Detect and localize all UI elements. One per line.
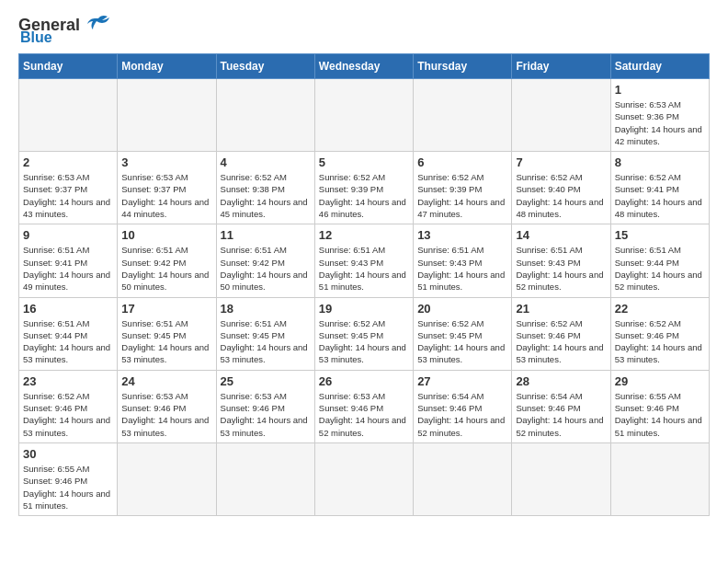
calendar-cell: 23Sunrise: 6:52 AM Sunset: 9:46 PM Dayli… <box>19 370 118 442</box>
calendar-cell: 19Sunrise: 6:52 AM Sunset: 9:45 PM Dayli… <box>314 297 413 370</box>
day-info: Sunrise: 6:53 AM Sunset: 9:36 PM Dayligh… <box>615 98 705 147</box>
day-number: 15 <box>615 228 705 242</box>
calendar-cell: 18Sunrise: 6:51 AM Sunset: 9:45 PM Dayli… <box>216 297 314 370</box>
calendar-week-row: 1Sunrise: 6:53 AM Sunset: 9:36 PM Daylig… <box>19 79 710 152</box>
day-number: 14 <box>516 228 606 242</box>
calendar-cell: 12Sunrise: 6:51 AM Sunset: 9:43 PM Dayli… <box>314 224 413 297</box>
calendar-cell: 11Sunrise: 6:51 AM Sunset: 9:42 PM Dayli… <box>216 224 314 297</box>
day-info: Sunrise: 6:53 AM Sunset: 9:37 PM Dayligh… <box>121 171 211 220</box>
day-info: Sunrise: 6:52 AM Sunset: 9:38 PM Dayligh… <box>221 171 311 220</box>
calendar-cell: 26Sunrise: 6:53 AM Sunset: 9:46 PM Dayli… <box>314 370 413 442</box>
day-info: Sunrise: 6:52 AM Sunset: 9:40 PM Dayligh… <box>516 171 606 220</box>
day-info: Sunrise: 6:51 AM Sunset: 9:44 PM Dayligh… <box>23 317 113 366</box>
calendar-cell: 20Sunrise: 6:52 AM Sunset: 9:45 PM Dayli… <box>414 297 512 370</box>
calendar-cell <box>414 79 512 152</box>
calendar-cell: 21Sunrise: 6:52 AM Sunset: 9:46 PM Dayli… <box>512 297 610 370</box>
calendar-week-row: 23Sunrise: 6:52 AM Sunset: 9:46 PM Dayli… <box>19 370 710 442</box>
day-number: 19 <box>319 302 409 316</box>
day-number: 23 <box>23 374 113 388</box>
calendar-cell: 15Sunrise: 6:51 AM Sunset: 9:44 PM Dayli… <box>610 224 709 297</box>
day-info: Sunrise: 6:54 AM Sunset: 9:46 PM Dayligh… <box>516 390 606 439</box>
day-info: Sunrise: 6:52 AM Sunset: 9:39 PM Dayligh… <box>417 171 507 220</box>
day-info: Sunrise: 6:53 AM Sunset: 9:37 PM Dayligh… <box>23 171 113 220</box>
day-number: 28 <box>516 374 606 388</box>
day-info: Sunrise: 6:51 AM Sunset: 9:43 PM Dayligh… <box>516 244 606 293</box>
day-info: Sunrise: 6:55 AM Sunset: 9:46 PM Dayligh… <box>23 463 113 511</box>
day-info: Sunrise: 6:52 AM Sunset: 9:46 PM Dayligh… <box>516 317 606 366</box>
calendar-cell <box>414 442 512 515</box>
day-info: Sunrise: 6:52 AM Sunset: 9:39 PM Dayligh… <box>319 171 409 220</box>
day-number: 29 <box>615 374 705 388</box>
day-number: 13 <box>417 228 507 242</box>
weekday-header-thursday: Thursday <box>414 54 512 79</box>
calendar-cell <box>610 442 709 515</box>
day-number: 30 <box>23 447 113 461</box>
logo-blue-text: Blue <box>20 29 52 46</box>
day-number: 12 <box>319 228 409 242</box>
calendar-table: SundayMondayTuesdayWednesdayThursdayFrid… <box>18 53 710 516</box>
day-info: Sunrise: 6:51 AM Sunset: 9:42 PM Dayligh… <box>221 244 311 293</box>
day-number: 10 <box>121 228 211 242</box>
header: General Blue <box>18 15 710 46</box>
weekday-header-wednesday: Wednesday <box>314 54 413 79</box>
day-number: 22 <box>615 302 705 316</box>
calendar-cell: 8Sunrise: 6:52 AM Sunset: 9:41 PM Daylig… <box>610 152 709 224</box>
day-info: Sunrise: 6:53 AM Sunset: 9:46 PM Dayligh… <box>319 390 409 439</box>
day-info: Sunrise: 6:52 AM Sunset: 9:46 PM Dayligh… <box>615 317 705 366</box>
calendar-week-row: 16Sunrise: 6:51 AM Sunset: 9:44 PM Dayli… <box>19 297 710 370</box>
calendar-cell: 1Sunrise: 6:53 AM Sunset: 9:36 PM Daylig… <box>610 79 709 152</box>
weekday-header-row: SundayMondayTuesdayWednesdayThursdayFrid… <box>19 54 710 79</box>
day-info: Sunrise: 6:55 AM Sunset: 9:46 PM Dayligh… <box>615 390 705 439</box>
logo: General Blue <box>18 15 113 46</box>
calendar-cell <box>19 79 118 152</box>
day-number: 20 <box>417 302 507 316</box>
day-info: Sunrise: 6:51 AM Sunset: 9:42 PM Dayligh… <box>121 244 211 293</box>
day-number: 16 <box>23 302 113 316</box>
calendar-cell: 2Sunrise: 6:53 AM Sunset: 9:37 PM Daylig… <box>19 152 118 224</box>
logo-bird-icon <box>84 15 113 35</box>
weekday-header-saturday: Saturday <box>610 54 709 79</box>
page-wrapper: General Blue SundayMondayTuesdayWednesda… <box>18 15 710 516</box>
calendar-cell: 24Sunrise: 6:53 AM Sunset: 9:46 PM Dayli… <box>118 370 216 442</box>
day-info: Sunrise: 6:52 AM Sunset: 9:41 PM Dayligh… <box>615 171 705 220</box>
weekday-header-friday: Friday <box>512 54 610 79</box>
day-info: Sunrise: 6:52 AM Sunset: 9:45 PM Dayligh… <box>417 317 507 366</box>
weekday-header-tuesday: Tuesday <box>216 54 314 79</box>
calendar-cell: 5Sunrise: 6:52 AM Sunset: 9:39 PM Daylig… <box>314 152 413 224</box>
day-number: 27 <box>417 374 507 388</box>
day-info: Sunrise: 6:52 AM Sunset: 9:45 PM Dayligh… <box>319 317 409 366</box>
day-info: Sunrise: 6:51 AM Sunset: 9:45 PM Dayligh… <box>221 317 311 366</box>
calendar-cell <box>512 442 610 515</box>
calendar-cell: 10Sunrise: 6:51 AM Sunset: 9:42 PM Dayli… <box>118 224 216 297</box>
day-number: 7 <box>516 155 606 169</box>
calendar-cell: 22Sunrise: 6:52 AM Sunset: 9:46 PM Dayli… <box>610 297 709 370</box>
calendar-cell: 6Sunrise: 6:52 AM Sunset: 9:39 PM Daylig… <box>414 152 512 224</box>
calendar-cell: 9Sunrise: 6:51 AM Sunset: 9:41 PM Daylig… <box>19 224 118 297</box>
calendar-cell <box>216 79 314 152</box>
day-number: 21 <box>516 302 606 316</box>
day-number: 3 <box>121 155 211 169</box>
day-number: 4 <box>221 155 311 169</box>
day-number: 1 <box>615 83 705 97</box>
day-number: 24 <box>121 374 211 388</box>
day-info: Sunrise: 6:51 AM Sunset: 9:41 PM Dayligh… <box>23 244 113 293</box>
day-info: Sunrise: 6:53 AM Sunset: 9:46 PM Dayligh… <box>221 390 311 439</box>
day-number: 25 <box>221 374 311 388</box>
calendar-cell: 4Sunrise: 6:52 AM Sunset: 9:38 PM Daylig… <box>216 152 314 224</box>
calendar-week-row: 30Sunrise: 6:55 AM Sunset: 9:46 PM Dayli… <box>19 442 710 515</box>
calendar-cell: 3Sunrise: 6:53 AM Sunset: 9:37 PM Daylig… <box>118 152 216 224</box>
calendar-cell: 14Sunrise: 6:51 AM Sunset: 9:43 PM Dayli… <box>512 224 610 297</box>
calendar-cell <box>314 79 413 152</box>
day-info: Sunrise: 6:51 AM Sunset: 9:44 PM Dayligh… <box>615 244 705 293</box>
day-info: Sunrise: 6:51 AM Sunset: 9:43 PM Dayligh… <box>319 244 409 293</box>
weekday-header-monday: Monday <box>118 54 216 79</box>
calendar-week-row: 2Sunrise: 6:53 AM Sunset: 9:37 PM Daylig… <box>19 152 710 224</box>
calendar-cell <box>314 442 413 515</box>
day-number: 9 <box>23 228 113 242</box>
day-number: 6 <box>417 155 507 169</box>
day-number: 8 <box>615 155 705 169</box>
calendar-cell: 27Sunrise: 6:54 AM Sunset: 9:46 PM Dayli… <box>414 370 512 442</box>
day-number: 26 <box>319 374 409 388</box>
calendar-cell <box>118 442 216 515</box>
calendar-cell: 25Sunrise: 6:53 AM Sunset: 9:46 PM Dayli… <box>216 370 314 442</box>
